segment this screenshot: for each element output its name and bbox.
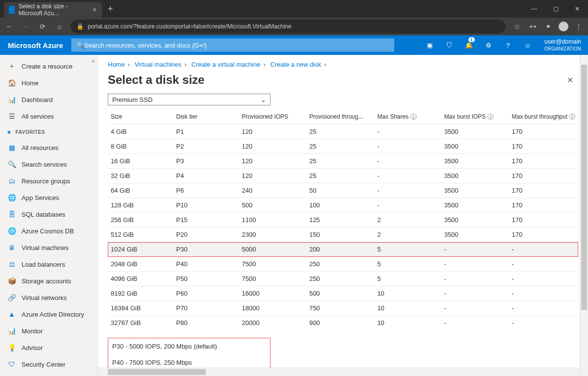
sidebar-item[interactable]: 🔍Search services	[0, 156, 98, 173]
breadcrumb-vm[interactable]: Virtual machines	[135, 61, 182, 68]
table-row[interactable]: 32 GiBP412025-3500170	[108, 169, 578, 183]
close-window-icon[interactable]: ✕	[566, 0, 588, 18]
notifications-icon[interactable]: 🔔1	[459, 35, 479, 55]
home-icon: 🏠	[7, 79, 17, 87]
minimize-icon[interactable]: ―	[523, 0, 545, 18]
chevron-down-icon: ⌄	[261, 96, 266, 103]
sidebar-item[interactable]: 🗂Resource groups	[0, 173, 98, 189]
table-row[interactable]: 256 GiBP15110012523500170	[108, 213, 578, 227]
info-icon[interactable]: i	[569, 114, 575, 120]
sidebar-item[interactable]: 🗄SQL databases	[0, 206, 98, 223]
horizontal-scrollbar[interactable]	[98, 368, 580, 376]
service-icon: ▲	[7, 310, 17, 318]
forward-icon[interactable]: →	[21, 23, 31, 30]
azure-search-input[interactable]: 🔍 Search resources, services, and docs (…	[71, 38, 394, 52]
incognito-icon[interactable]: 👓	[527, 23, 538, 30]
col-tier[interactable]: Disk tier	[173, 109, 239, 125]
table-row[interactable]: 64 GiBP624050-3500170	[108, 183, 578, 198]
reload-icon[interactable]: ⟳	[37, 23, 48, 30]
feedback-icon[interactable]: ☺	[518, 35, 538, 55]
sidebar-item[interactable]: 🖥Virtual machines	[0, 239, 98, 256]
breadcrumb-create-vm[interactable]: Create a virtual machine	[192, 61, 261, 68]
table-row[interactable]: 512 GiBP20230015023500170	[108, 227, 578, 242]
browser-avatar[interactable]	[559, 22, 568, 31]
performance-tier-option[interactable]: P30 - 5000 IOPS, 200 Mbps (default)	[108, 338, 270, 354]
sidebar-item[interactable]: ▦All resources	[0, 139, 98, 156]
collapse-sidebar-icon[interactable]: «	[92, 58, 95, 64]
col-iops[interactable]: Provisioned IOPS	[239, 109, 307, 125]
service-icon: 💡	[7, 344, 17, 351]
list-icon: ☰	[7, 112, 17, 120]
table-row[interactable]: 32767 GiBP802000090010--	[108, 316, 578, 330]
sidebar-item[interactable]: 🌐App Services	[0, 189, 98, 206]
table-row[interactable]: 8 GiBP212025-3500170	[108, 139, 578, 154]
close-tab-icon[interactable]: ✕	[92, 6, 97, 13]
new-tab-button[interactable]: +	[108, 4, 113, 14]
table-row[interactable]: 2048 GiBP4075002505--	[108, 257, 578, 272]
scroll-area[interactable]: Premium SSD ⌄ Size Disk tier Provisioned…	[98, 94, 588, 376]
table-row[interactable]: 128 GiBP10500100-3500170	[108, 198, 578, 213]
col-max-shares[interactable]: Max Sharesi	[374, 109, 441, 125]
browser-tab-strip: Select a disk size - Microsoft Azu… ✕ + …	[0, 0, 588, 18]
breadcrumb-create-disk[interactable]: Create a new disk	[270, 61, 321, 68]
star-icon[interactable]: ☆	[512, 23, 522, 30]
settings-icon[interactable]: ⚙	[479, 35, 498, 55]
col-throughput[interactable]: Provisioned throug...	[306, 109, 374, 125]
table-row[interactable]: 16384 GiBP701800075010--	[108, 301, 578, 316]
service-icon: 🌐	[7, 194, 17, 201]
cloud-shell-icon[interactable]: ▣	[420, 35, 440, 55]
sidebar-item[interactable]: 📦Storage accounts	[0, 273, 98, 289]
service-icon: 📊	[7, 327, 17, 335]
sidebar-create-resource[interactable]: +Create a resource	[0, 58, 98, 75]
sidebar-item[interactable]: 🛡Security Center	[0, 356, 98, 373]
service-icon: 🛡	[7, 360, 17, 368]
user-menu[interactable]: user@domain ORGANIZATION	[538, 38, 588, 52]
page-title: Select a disk size	[108, 73, 204, 87]
maximize-icon[interactable]: ▢	[545, 0, 566, 18]
azure-top-bar: Microsoft Azure 🔍 Search resources, serv…	[0, 35, 588, 55]
kebab-menu-icon[interactable]: ⋮	[573, 23, 584, 30]
star-icon: ★	[7, 129, 12, 135]
home-icon[interactable]: ⌂	[54, 23, 65, 30]
url-field[interactable]: 🔒 portal.azure.com/?feature.customportal…	[71, 20, 506, 33]
search-placeholder: Search resources, services, and docs (G+…	[84, 42, 207, 49]
breadcrumb-home[interactable]: Home	[108, 61, 125, 68]
sidebar-item[interactable]: ▲Azure Active Directory	[0, 306, 98, 323]
col-size[interactable]: Size	[108, 109, 173, 125]
tab-title: Select a disk size - Microsoft Azu…	[19, 3, 86, 17]
table-row[interactable]: 16 GiBP312025-3500170	[108, 154, 578, 169]
table-row[interactable]: 4096 GiBP5075002505--	[108, 272, 578, 286]
col-burst-throughput[interactable]: Max burst throughputi	[509, 109, 578, 125]
col-burst-iops[interactable]: Max burst IOPSi	[441, 109, 509, 125]
sidebar-home[interactable]: 🏠Home	[0, 75, 98, 91]
directory-filter-icon[interactable]: ⛉	[440, 35, 459, 55]
disk-type-dropdown[interactable]: Premium SSD ⌄	[108, 94, 270, 105]
search-icon: 🔍	[76, 42, 84, 49]
info-icon[interactable]: i	[411, 114, 416, 120]
sidebar-item[interactable]: 🔗Virtual networks	[0, 289, 98, 306]
table-row[interactable]: 8192 GiBP601600050010--	[108, 286, 578, 301]
table-row[interactable]: 1024 GiBP3050002005--	[108, 242, 578, 257]
azure-logo[interactable]: Microsoft Azure	[0, 41, 71, 50]
breadcrumb: Home› Virtual machines› Create a virtual…	[98, 55, 588, 71]
sidebar-item[interactable]: 🌐Azure Cosmos DB	[0, 223, 98, 239]
sidebar-item[interactable]: 📊Monitor	[0, 323, 98, 339]
sidebar-dashboard[interactable]: 📊Dashboard	[0, 91, 98, 108]
extension-icon[interactable]: ✦	[543, 23, 554, 30]
close-blade-icon[interactable]: ✕	[567, 75, 573, 85]
sidebar-item[interactable]: 👤Help + support	[0, 373, 98, 376]
back-icon[interactable]: ←	[4, 23, 15, 30]
sidebar-item[interactable]: ⚖Load balancers	[0, 256, 98, 273]
lock-icon: 🔒	[76, 23, 84, 30]
plus-icon: +	[7, 62, 17, 70]
notification-badge: 1	[468, 37, 475, 42]
browser-address-bar: ← → ⟳ ⌂ 🔒 portal.azure.com/?feature.cust…	[0, 18, 588, 35]
vertical-scrollbar[interactable]	[580, 55, 588, 376]
help-icon[interactable]: ?	[498, 35, 518, 55]
table-row[interactable]: 4 GiBP112025-3500170	[108, 125, 578, 139]
url-text: portal.azure.com/?feature.customportal=f…	[88, 23, 292, 30]
browser-tab[interactable]: Select a disk size - Microsoft Azu… ✕	[4, 2, 102, 18]
info-icon[interactable]: i	[488, 114, 493, 120]
sidebar-all-services[interactable]: ☰All services	[0, 108, 98, 125]
sidebar-item[interactable]: 💡Advisor	[0, 339, 98, 356]
